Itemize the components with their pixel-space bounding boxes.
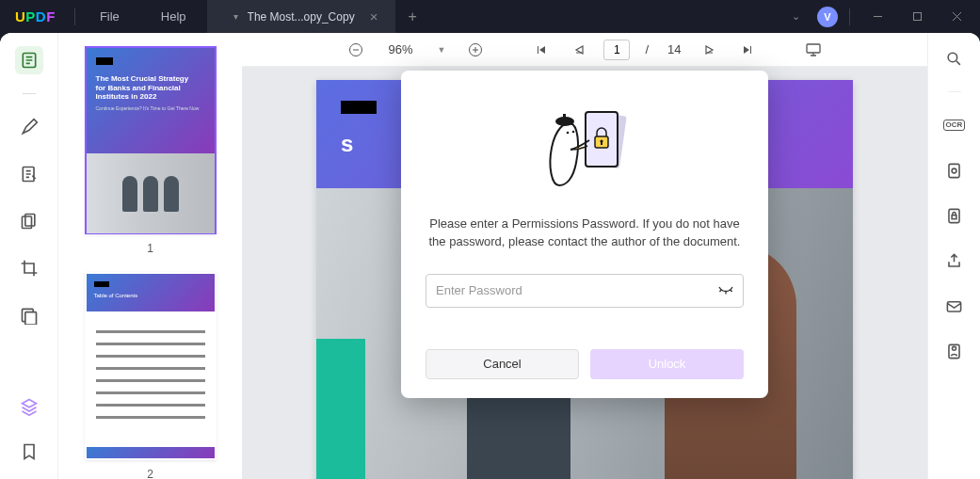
workspace: The Most Crucial Strategy for Banks and … xyxy=(0,33,980,479)
main-area: 96% ▼ / 14 s xyxy=(242,33,927,479)
separator xyxy=(849,8,850,25)
thumb-number-1: 1 xyxy=(68,242,233,255)
share-icon[interactable] xyxy=(942,248,967,273)
svg-point-26 xyxy=(953,346,956,350)
thumb-number-2: 2 xyxy=(68,468,233,479)
thumb-toc-heading: Table of Contents xyxy=(94,293,207,298)
dialog-buttons: Cancel Unlock xyxy=(426,349,744,379)
email-icon[interactable] xyxy=(942,294,967,318)
dialog-message: Please enter a Permissions Password. If … xyxy=(426,216,744,251)
organize-pages-icon[interactable] xyxy=(15,207,43,235)
svg-rect-23 xyxy=(952,215,956,218)
thumb-title: The Most Crucial Strategy for Banks and … xyxy=(96,74,190,102)
svg-rect-20 xyxy=(949,164,959,177)
minimize-button[interactable] xyxy=(861,4,893,30)
document-tab[interactable]: ▾ The Most...opy_Copy × xyxy=(207,0,395,33)
add-tab-button[interactable]: + xyxy=(395,8,430,25)
edit-tool-icon[interactable] xyxy=(15,160,43,188)
separator xyxy=(74,8,75,25)
comment-tool-icon[interactable] xyxy=(15,113,43,141)
svg-rect-0 xyxy=(913,13,921,21)
dialog-illustration xyxy=(426,91,744,204)
svg-point-19 xyxy=(948,53,957,61)
bookmark-icon[interactable] xyxy=(15,438,43,466)
svg-point-18 xyxy=(572,131,575,134)
thumb-photo xyxy=(87,153,215,233)
menu-file[interactable]: File xyxy=(79,9,140,24)
right-toolbar: OCR xyxy=(927,33,980,479)
toggle-visibility-icon[interactable] xyxy=(717,281,734,301)
window-dropdown-icon[interactable]: ⌄ xyxy=(782,5,810,28)
app-logo: UPDF xyxy=(0,8,71,24)
reader-mode-icon[interactable] xyxy=(15,46,43,74)
left-toolbar xyxy=(0,33,58,479)
svg-point-21 xyxy=(952,168,956,173)
crop-tool-icon[interactable] xyxy=(15,254,43,282)
ocr-icon[interactable]: OCR xyxy=(942,113,967,137)
permissions-password-dialog: Please enter a Permissions Password. If … xyxy=(401,71,768,398)
svg-rect-16 xyxy=(563,114,566,120)
titlebar-right: ⌄ V xyxy=(782,4,980,30)
thumb-logo xyxy=(94,281,109,287)
tab-dropdown-icon[interactable]: ▾ xyxy=(224,11,248,22)
user-avatar[interactable]: V xyxy=(817,7,838,27)
convert-icon[interactable] xyxy=(942,158,967,183)
page-thumbnail-1[interactable]: The Most Crucial Strategy for Banks and … xyxy=(85,46,217,234)
cancel-button[interactable]: Cancel xyxy=(426,349,579,379)
separator xyxy=(23,93,36,94)
password-input[interactable] xyxy=(426,274,744,308)
search-icon[interactable] xyxy=(942,46,967,71)
svg-rect-24 xyxy=(947,301,960,311)
thumb-footer-strip xyxy=(87,447,215,458)
thumb-toc-body xyxy=(87,311,215,438)
thumb-subtitle: Continue Experience? It's Time to Get Th… xyxy=(96,105,205,111)
maximize-button[interactable] xyxy=(901,4,933,30)
titlebar: UPDF File Help ▾ The Most...opy_Copy × +… xyxy=(0,0,980,33)
layers-icon[interactable] xyxy=(15,392,43,421)
protect-icon[interactable] xyxy=(942,203,967,228)
form-tool-icon[interactable] xyxy=(15,301,43,329)
menu-help[interactable]: Help xyxy=(140,9,207,24)
thumbnail-panel[interactable]: The Most Crucial Strategy for Banks and … xyxy=(58,33,242,479)
close-window-button[interactable] xyxy=(940,4,972,30)
thumb-logo xyxy=(96,57,113,65)
close-tab-icon[interactable]: × xyxy=(362,8,386,24)
svg-point-17 xyxy=(567,132,570,135)
tab-title: The Most...opy_Copy xyxy=(248,10,362,24)
separator xyxy=(948,91,961,92)
svg-rect-6 xyxy=(24,312,36,325)
avatar-initial: V xyxy=(824,11,830,23)
page-thumbnail-2[interactable]: Table of Contents xyxy=(85,272,217,460)
svg-rect-14 xyxy=(601,141,602,145)
print-icon[interactable] xyxy=(942,339,967,363)
unlock-button[interactable]: Unlock xyxy=(590,349,744,379)
